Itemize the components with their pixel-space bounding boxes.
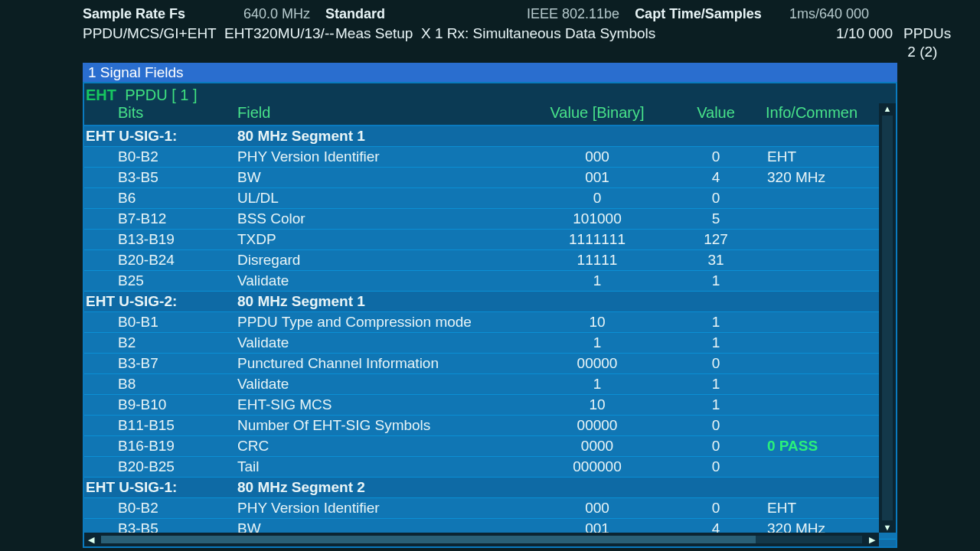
table-row[interactable]: B0-B2PHY Version Identifier0000EHT — [84, 498, 896, 519]
cell-bits: B7-B12 — [84, 209, 237, 229]
cell-binary: 00000 — [528, 354, 666, 373]
cell-value: 0 — [666, 457, 766, 477]
table-row[interactable]: B16-B19CRC000000 PASS — [84, 436, 896, 457]
cell-value: 0 — [666, 498, 766, 518]
scroll-up-icon[interactable]: ▲ — [879, 103, 896, 114]
horizontal-scrollbar[interactable]: ◀ ▶ — [84, 533, 879, 546]
cell-field: Validate — [237, 374, 528, 394]
cell-bits: B11-B15 — [84, 416, 237, 435]
cell-bits: B0-B2 — [84, 147, 237, 167]
cell-bits: B8 — [84, 374, 237, 394]
cell-info — [766, 209, 880, 229]
header-row-2: PPDU/MCS/GI+EHT EHT320MU/13/-- Meas Setu… — [83, 24, 897, 61]
cell-value: 127 — [666, 230, 766, 249]
vscroll-track[interactable] — [882, 116, 893, 520]
cell-bits: EHT U-SIG-1: — [84, 126, 237, 146]
table-row[interactable]: B20-B24Disregard1111131 — [84, 250, 896, 271]
cell-binary: 001 — [528, 168, 666, 187]
table-section-row[interactable]: EHT U-SIG-1:80 MHz Segment 1 — [84, 126, 896, 147]
scroll-down-icon[interactable]: ▼ — [879, 522, 896, 533]
cell-bits: B16-B19 — [84, 436, 237, 456]
cell-info — [766, 457, 880, 477]
cell-bits: B6 — [84, 188, 237, 208]
cell-info — [766, 395, 880, 415]
cell-field: Tail — [237, 457, 528, 477]
cell-field: Validate — [237, 271, 528, 291]
cell-info — [766, 312, 880, 332]
cell-info — [766, 292, 880, 311]
vertical-scrollbar[interactable]: ▲ ▼ — [879, 103, 896, 533]
cell-value — [666, 126, 766, 146]
cell-bits: B2 — [84, 333, 237, 353]
cell-binary: 000000 — [528, 457, 666, 477]
table-body[interactable]: EHT U-SIG-1:80 MHz Segment 1B0-B2PHY Ver… — [84, 126, 896, 546]
table-section-row[interactable]: EHT U-SIG-2:80 MHz Segment 1 — [84, 292, 896, 312]
table-row[interactable]: B7-B12BSS Color1010005 — [84, 209, 896, 230]
cell-info — [766, 374, 880, 394]
cell-binary — [528, 478, 666, 497]
cell-bits: EHT U-SIG-1: — [84, 478, 237, 497]
cell-value — [666, 292, 766, 311]
cell-info — [766, 188, 880, 208]
ppdus-value: 2 (2) — [907, 44, 937, 60]
table-row[interactable]: B9-B10EHT-SIG MCS101 — [84, 395, 896, 416]
cell-binary: 000 — [528, 498, 666, 518]
col-info: Info/Commen — [766, 104, 858, 121]
cell-info: 0 PASS — [766, 436, 880, 456]
cell-field: PHY Version Identifier — [237, 147, 528, 167]
col-bits: Bits — [84, 104, 143, 121]
cell-binary: 1 — [528, 271, 666, 291]
cell-field: PPDU Type and Compression mode — [237, 312, 528, 332]
table-row[interactable]: B3-B7Punctured Channel Information000000 — [84, 354, 896, 374]
cell-field: BW — [237, 168, 528, 187]
data-symbols-label: Data Symbols — [565, 25, 655, 41]
scroll-left-icon[interactable]: ◀ — [84, 533, 98, 546]
cell-info — [766, 478, 880, 497]
capt-time-label: Capt Time/Samples — [635, 6, 762, 21]
sample-rate-label: Sample Rate Fs — [83, 6, 185, 21]
cell-bits: B0-B1 — [84, 312, 237, 332]
cell-value: 0 — [666, 436, 766, 456]
cell-binary: 00000 — [528, 416, 666, 435]
table-row[interactable]: B13-B19TXDP1111111127 — [84, 230, 896, 250]
cell-info — [766, 250, 880, 270]
window-title[interactable]: 1 Signal Fields — [83, 63, 897, 82]
cell-binary — [528, 292, 666, 311]
cell-field: 80 MHz Segment 2 — [237, 478, 528, 497]
scroll-right-icon[interactable]: ▶ — [865, 533, 879, 546]
table-row[interactable]: B6UL/DL00 — [84, 188, 896, 209]
cell-value: 5 — [666, 209, 766, 229]
cell-value: 1 — [666, 271, 766, 291]
cell-binary — [528, 126, 666, 146]
capt-time-value: 1ms/640 000 — [789, 6, 869, 21]
cell-bits: B3-B7 — [84, 354, 237, 373]
table-row[interactable]: B11-B15Number Of EHT-SIG Symbols000000 — [84, 416, 896, 436]
signal-fields-table: EHT PPDU [ 1 ] Bits Field Value [Binary]… — [83, 82, 897, 548]
table-row[interactable]: B25Validate11 — [84, 271, 896, 292]
table-row[interactable]: B2Validate11 — [84, 333, 896, 354]
cell-info — [766, 271, 880, 291]
cell-binary: 0 — [528, 188, 666, 208]
cell-bits: B3-B5 — [84, 168, 237, 187]
table-header: EHT PPDU [ 1 ] Bits Field Value [Binary]… — [84, 83, 896, 126]
hscroll-thumb[interactable] — [101, 536, 756, 543]
data-symbols-value: 1/10 000 — [836, 25, 893, 41]
cell-binary: 1 — [528, 333, 666, 353]
cell-info — [766, 416, 880, 435]
table-section-row[interactable]: EHT U-SIG-1:80 MHz Segment 2 — [84, 478, 896, 498]
table-row[interactable]: B0-B1PPDU Type and Compression mode101 — [84, 312, 896, 333]
cell-value — [666, 478, 766, 497]
head-eht: EHT — [84, 86, 116, 103]
table-row[interactable]: B8Validate11 — [84, 374, 896, 395]
table-row[interactable]: B20-B25Tail0000000 — [84, 457, 896, 478]
cell-info: EHT — [766, 147, 880, 167]
hscroll-track[interactable] — [101, 536, 862, 543]
table-row[interactable]: B0-B2PHY Version Identifier0000EHT — [84, 147, 896, 168]
table-row[interactable]: B3-B5BW0014320 MHz — [84, 168, 896, 188]
meas-setup-value: X 1 Rx: Simultaneous — [421, 25, 561, 41]
cell-binary: 10 — [528, 395, 666, 415]
cell-value: 0 — [666, 147, 766, 167]
cell-value: 1 — [666, 333, 766, 353]
cell-field: Disregard — [237, 250, 528, 270]
cell-field: 80 MHz Segment 1 — [237, 126, 528, 146]
